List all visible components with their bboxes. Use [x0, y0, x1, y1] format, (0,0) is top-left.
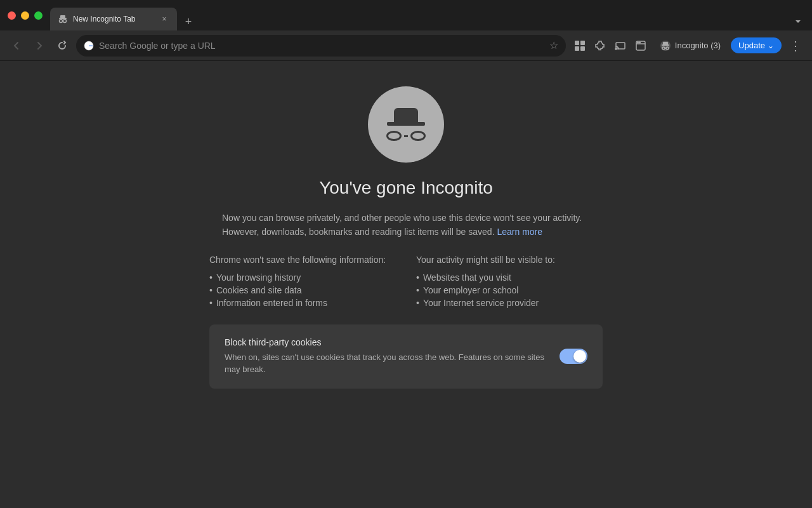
- new-tab-button[interactable]: +: [180, 13, 197, 30]
- title-bar: New Incognito Tab × +: [0, 0, 812, 30]
- svg-rect-1: [59, 18, 67, 19]
- svg-point-15: [638, 42, 639, 43]
- main-menu-button[interactable]: ⋮: [787, 37, 804, 55]
- update-label: Update: [738, 41, 765, 50]
- svg-point-3: [63, 20, 67, 23]
- svg-rect-10: [580, 46, 585, 51]
- minimize-window-button[interactable]: [21, 11, 29, 20]
- omnibox[interactable]: Search Google or type a URL ☆: [76, 35, 566, 57]
- still-visible-column: Your activity might still be visible to:…: [416, 255, 603, 309]
- toolbar-icons: [571, 37, 650, 55]
- block-cookies-toggle[interactable]: [560, 349, 587, 364]
- description-text: Now you can browse privately, and other …: [222, 211, 590, 239]
- tab-list-chevron[interactable]: [789, 13, 807, 30]
- omnibox-bar: Search Google or type a URL ☆: [0, 30, 812, 61]
- wont-save-list: Your browsing history Cookies and site d…: [209, 271, 396, 309]
- list-item: Your Internet service provider: [416, 297, 603, 309]
- svg-rect-8: [580, 41, 585, 45]
- list-item: Information entered in forms: [209, 297, 396, 309]
- forward-button[interactable]: [30, 37, 48, 55]
- svg-point-16: [639, 42, 641, 43]
- tab-close-button[interactable]: ×: [159, 14, 169, 24]
- extensions-grid-icon[interactable]: [571, 37, 589, 55]
- browser-icon[interactable]: [632, 37, 650, 55]
- reload-button[interactable]: [53, 37, 71, 55]
- cookie-text: Block third-party cookies When on, sites…: [225, 337, 549, 376]
- svg-point-2: [60, 20, 63, 23]
- incognito-label: Incognito (3): [675, 41, 721, 50]
- cast-icon[interactable]: [612, 37, 629, 55]
- spy-hat-icon: [386, 108, 426, 126]
- incognito-tab-icon: [58, 14, 68, 24]
- page-content: You've gone Incognito Now you can browse…: [0, 61, 812, 508]
- cookie-title: Block third-party cookies: [225, 337, 549, 347]
- google-icon: [84, 41, 94, 51]
- toggle-knob: [573, 350, 586, 363]
- still-visible-list: Websites that you visit Your employer or…: [416, 271, 603, 309]
- page-title: You've gone Incognito: [319, 178, 493, 198]
- bookmark-star-icon[interactable]: ☆: [549, 39, 558, 51]
- still-visible-title: Your activity might still be visible to:: [416, 255, 603, 265]
- svg-rect-9: [575, 46, 579, 51]
- update-button[interactable]: Update ⌄: [731, 37, 782, 53]
- wont-save-title: Chrome won't save the following informat…: [209, 255, 396, 265]
- spy-glasses-icon: [386, 131, 426, 141]
- maximize-window-button[interactable]: [34, 11, 43, 20]
- update-chevron-icon: ⌄: [768, 41, 774, 50]
- close-window-button[interactable]: [8, 11, 16, 20]
- traffic-lights: [5, 11, 43, 20]
- extensions-puzzle-icon[interactable]: [591, 37, 609, 55]
- learn-more-link[interactable]: Learn more: [497, 227, 542, 237]
- cookie-settings-box: Block third-party cookies When on, sites…: [209, 324, 603, 389]
- cookie-description: When on, sites can't use cookies that tr…: [225, 351, 549, 376]
- svg-point-12: [615, 48, 617, 50]
- list-item: Cookies and site data: [209, 284, 396, 297]
- incognito-hero-icon: [368, 86, 444, 163]
- tabs-area: New Incognito Tab × +: [50, 0, 807, 30]
- list-item: Your browsing history: [209, 271, 396, 284]
- info-columns: Chrome won't save the following informat…: [209, 255, 603, 309]
- incognito-badge[interactable]: Incognito (3): [655, 37, 726, 54]
- list-item: Your employer or school: [416, 284, 603, 297]
- svg-rect-19: [662, 44, 669, 46]
- list-item: Websites that you visit: [416, 271, 603, 284]
- svg-rect-7: [575, 41, 579, 45]
- back-button[interactable]: [8, 37, 25, 55]
- omnibox-placeholder: Search Google or type a URL: [99, 41, 544, 51]
- wont-save-column: Chrome won't save the following informat…: [209, 255, 396, 309]
- active-tab[interactable]: New Incognito Tab ×: [50, 8, 177, 30]
- tab-title: New Incognito Tab: [73, 15, 154, 23]
